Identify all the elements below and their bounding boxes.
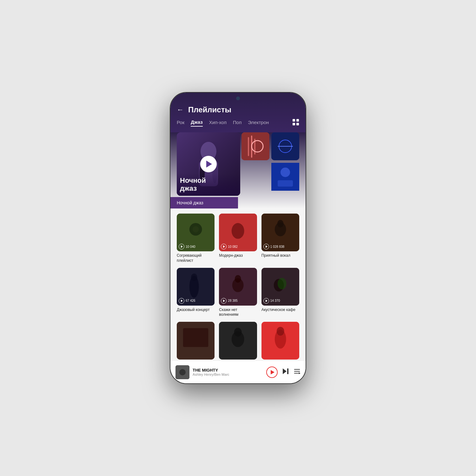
genre-tab-jazz[interactable]: Джаз xyxy=(191,119,203,127)
player-controls xyxy=(266,367,301,378)
play-count-4: 28 385 xyxy=(221,298,238,304)
svg-point-36 xyxy=(277,278,286,289)
svg-point-33 xyxy=(235,275,241,282)
playlist-item-0[interactable]: 10 040 Согревающий плейлист xyxy=(177,214,215,263)
playlist-name-4: Скажи нет волнениям xyxy=(219,307,257,317)
svg-rect-3 xyxy=(296,123,299,125)
featured-title-line2: джаз xyxy=(180,184,237,193)
playlist-item-8[interactable]: Плейлист 9 xyxy=(261,322,299,367)
svg-point-46 xyxy=(179,369,186,375)
playlist-item-4[interactable]: 28 385 Скажи нет волнениям xyxy=(219,268,257,318)
svg-point-21 xyxy=(193,226,199,233)
svg-marker-47 xyxy=(283,368,287,374)
small-cards-row xyxy=(241,132,299,160)
featured-title-line1: Ночной xyxy=(180,177,237,184)
player-title: THE MIGHTY xyxy=(193,368,263,373)
svg-point-44 xyxy=(276,327,284,336)
main-content[interactable]: 10 040 Согревающий плейлист xyxy=(170,208,306,383)
genre-tab-electro[interactable]: Электрон xyxy=(248,120,269,126)
player-play-button[interactable] xyxy=(266,367,278,378)
playlist-thumb-4: 28 385 xyxy=(219,268,257,306)
play-count-1: 10 082 xyxy=(221,244,238,249)
svg-point-27 xyxy=(277,220,283,228)
playlist-item-1[interactable]: 10 082 Модерн-джаз xyxy=(219,214,257,263)
playlist-thumb-7 xyxy=(219,322,257,360)
play-icon xyxy=(271,370,274,374)
playlist-item-5[interactable]: 14 370 Акустическое кафе xyxy=(261,268,299,318)
small-card-2[interactable] xyxy=(271,132,299,160)
player-next-button[interactable] xyxy=(282,368,289,376)
phone-frame: ← Плейлисты Рок Джаз Хип-хоп Поп Электро… xyxy=(170,92,306,384)
playlist-item-2[interactable]: 1 028 838 Приятный вокал xyxy=(261,214,299,263)
player-artist: Ashley Henry/Ben Marc xyxy=(193,373,263,376)
playlist-name-5: Акустическое кафе xyxy=(261,307,299,313)
playlist-name-0: Согревающий плейлист xyxy=(177,253,215,263)
bottom-player: THE MIGHTY Ashley Henry/Ben Marc xyxy=(170,360,306,383)
playlist-item-6[interactable]: Плейлист 7 xyxy=(177,322,215,367)
svg-rect-48 xyxy=(287,368,288,374)
featured-play-button[interactable] xyxy=(200,156,217,172)
player-queue-button[interactable] xyxy=(294,368,301,376)
playlist-item-3[interactable]: 67 426 Джазовый концерт xyxy=(177,268,215,318)
play-icon-1 xyxy=(221,244,227,249)
small-card-1[interactable] xyxy=(241,132,269,160)
svg-rect-18 xyxy=(278,180,293,187)
playlist-thumb-2: 1 028 838 xyxy=(261,214,299,251)
svg-point-17 xyxy=(281,168,290,177)
svg-rect-9 xyxy=(248,137,249,156)
player-info: THE MIGHTY Ashley Henry/Ben Marc xyxy=(193,368,263,376)
svg-rect-1 xyxy=(296,119,299,122)
svg-marker-52 xyxy=(299,372,301,374)
top-nav: ← Плейлисты xyxy=(170,105,306,119)
featured-card[interactable]: Ночной джаз xyxy=(177,132,240,196)
svg-point-30 xyxy=(191,273,197,281)
playlist-thumb-3: 67 426 xyxy=(177,268,215,306)
svg-rect-2 xyxy=(293,123,295,125)
playlist-thumb-6 xyxy=(177,322,215,360)
playlist-name-2: Приятный вокал xyxy=(261,253,299,258)
play-count-2: 1 028 838 xyxy=(263,244,285,249)
genre-tabs: Рок Джаз Хип-хоп Поп Электрон xyxy=(170,119,306,132)
svg-point-23 xyxy=(232,223,244,239)
play-icon-0 xyxy=(179,244,184,249)
playlist-thumb-0: 10 040 xyxy=(177,214,215,251)
featured-label: Ночной джаз xyxy=(177,200,232,205)
playlist-grid: 10 040 Согревающий плейлист xyxy=(177,214,299,367)
grid-view-button[interactable] xyxy=(292,119,299,127)
playlist-name-3: Джазовый концерт xyxy=(177,307,215,313)
play-count-5: 14 370 xyxy=(263,298,280,304)
svg-rect-0 xyxy=(293,119,295,122)
svg-point-41 xyxy=(234,328,242,337)
featured-label-area: Ночной джаз xyxy=(170,197,238,208)
play-count-3: 67 426 xyxy=(179,298,195,304)
player-thumbnail xyxy=(175,365,189,379)
back-button[interactable]: ← xyxy=(177,106,184,114)
playlist-thumb-5: 14 370 xyxy=(261,268,299,306)
playlist-item-7[interactable]: Плейлист 8 xyxy=(219,322,257,367)
small-card-3[interactable] xyxy=(271,163,299,191)
genre-tab-rok[interactable]: Рок xyxy=(177,120,184,126)
play-icon-4 xyxy=(221,298,227,304)
playlist-thumb-1: 10 082 xyxy=(219,214,257,251)
genre-tab-hiphop[interactable]: Хип-хоп xyxy=(209,120,227,126)
featured-section: Ночной джаз xyxy=(170,132,306,208)
play-icon-2 xyxy=(263,244,269,249)
playlist-name-1: Модерн-джаз xyxy=(219,253,257,258)
genre-tab-pop[interactable]: Поп xyxy=(233,120,241,126)
page-title: Плейлисты xyxy=(188,105,299,114)
play-icon-3 xyxy=(179,298,184,304)
playlist-thumb-8 xyxy=(261,322,299,360)
svg-rect-38 xyxy=(183,328,208,347)
play-icon-5 xyxy=(263,298,269,304)
phone-screen: ← Плейлисты Рок Джаз Хип-хоп Поп Электро… xyxy=(170,93,306,383)
play-count-0: 10 040 xyxy=(179,244,195,249)
camera-notch xyxy=(236,96,240,100)
